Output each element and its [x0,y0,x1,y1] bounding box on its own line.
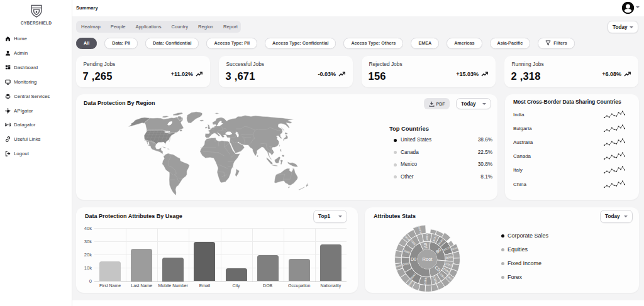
svg-text:D0: D0 [411,256,416,262]
svg-text:D2B1: D2B1 [423,277,427,285]
svg-text:B0G0: B0G0 [446,256,453,260]
svg-text:A0: A0 [423,243,428,248]
svg-text:Root: Root [423,256,433,262]
svg-text:A0B1: A0B1 [425,234,428,241]
